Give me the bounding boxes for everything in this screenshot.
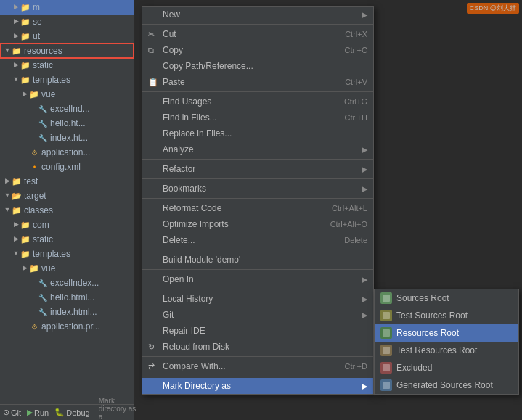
tree-item-label: application.pr... <box>41 321 100 332</box>
menu-item-repair-ide[interactable]: Repair IDE <box>142 323 373 339</box>
run-label: Run <box>34 408 49 417</box>
expand-arrow: ▶ <box>12 17 20 26</box>
resources-root-icon <box>380 327 392 339</box>
file-icon: 🔧 <box>38 104 48 114</box>
git-tab[interactable]: ⊙ Git <box>3 408 21 417</box>
menu-item-paste[interactable]: 📋 Paste Ctrl+V <box>142 74 373 90</box>
menu-item-local-history[interactable]: Local History ▶ <box>142 291 373 307</box>
menu-label: Copy <box>163 45 330 55</box>
menu-divider <box>142 91 373 92</box>
file-icon: ⚙ <box>29 147 39 157</box>
menu-divider <box>142 356 373 357</box>
bottom-bar: ⊙ Git ▶ Run 🐛 Debug Mark directory as a … <box>0 404 134 420</box>
tree-item-label: static <box>33 234 53 244</box>
tree-item-config[interactable]: ▶ 🔸 config.xml <box>0 160 134 174</box>
tree-item-m[interactable]: ▶ 📁 m <box>0 0 134 15</box>
menu-label: Git <box>163 310 362 320</box>
menu-item-open-in[interactable]: Open In ▶ <box>142 271 373 287</box>
watermark-text: CSDN @刘大猫 <box>470 4 516 12</box>
submenu-item-test-resources-root[interactable]: Test Resources Root <box>375 342 518 359</box>
status-text: Mark directory as a resources... <box>99 397 136 421</box>
tree-item-target[interactable]: ▼ 📂 target <box>0 189 134 203</box>
menu-label: Copy Path/Reference... <box>163 61 367 71</box>
tree-item-vue[interactable]: ▶ 📁 vue <box>0 87 134 102</box>
submenu-item-sources-root[interactable]: Sources Root <box>375 289 518 307</box>
expand-arrow: ▶ <box>12 61 20 70</box>
run-tab[interactable]: ▶ Run <box>27 408 49 417</box>
menu-label: Bookmarks <box>163 184 362 194</box>
expand-arrow: ▼ <box>3 192 12 200</box>
expand-arrow: ▶ <box>12 3 20 12</box>
debug-tab[interactable]: 🐛 Debug <box>54 408 89 417</box>
menu-item-copy[interactable]: ⧉ Copy Ctrl+C <box>142 42 373 58</box>
menu-item-find-usages[interactable]: Find Usages Ctrl+G <box>142 94 373 110</box>
folder-icon: 📁 <box>20 220 30 230</box>
submenu-item-test-sources-root[interactable]: Test Sources Root <box>375 307 518 324</box>
menu-item-optimize[interactable]: Optimize Imports Ctrl+Alt+O <box>142 216 373 232</box>
expand-arrow: ▼ <box>3 46 12 55</box>
menu-item-copy-path[interactable]: Copy Path/Reference... <box>142 58 373 74</box>
shortcut-label: Ctrl+D <box>345 362 367 371</box>
menu-item-cut[interactable]: ✂ Cut Ctrl+X <box>142 26 373 42</box>
test-resources-root-icon <box>380 345 392 356</box>
tree-item-label: m <box>33 2 40 12</box>
tree-item-label: index.html... <box>50 307 97 317</box>
tree-item-application2[interactable]: ▶ ⚙ application.pr... <box>0 319 134 334</box>
sources-root-icon <box>380 292 392 304</box>
menu-item-compare-with[interactable]: ⇄ Compare With... Ctrl+D <box>142 358 373 374</box>
shortcut-label: Ctrl+Alt+O <box>330 220 367 228</box>
shortcut-label: Ctrl+V <box>345 78 367 86</box>
tree-item-templates2[interactable]: ▼ 📁 templates <box>0 247 134 261</box>
menu-item-mark-directory[interactable]: Mark Directory as ▶ <box>142 378 373 394</box>
tree-item-label: excelIndex... <box>50 278 99 288</box>
tree-item-se[interactable]: ▶ 📁 se <box>0 15 134 29</box>
menu-item-bookmarks[interactable]: Bookmarks ▶ <box>142 181 373 197</box>
menu-item-delete[interactable]: Delete... Delete <box>142 232 373 248</box>
tree-item-label: hello.html... <box>50 292 94 302</box>
tree-item-static2[interactable]: ▶ 📁 static <box>0 232 134 247</box>
file-icon: 🔧 <box>38 133 48 143</box>
tree-item-application[interactable]: ▶ ⚙ application... <box>0 145 134 160</box>
submenu-item-resources-root[interactable]: Resources Root <box>375 324 518 342</box>
submenu-arrow-icon: ▶ <box>362 275 367 284</box>
submenu-item-generated-sources-root[interactable]: Generated Sources Root <box>375 376 518 394</box>
menu-label: Cut <box>163 29 330 39</box>
menu-item-find-files[interactable]: Find in Files... Ctrl+H <box>142 110 373 125</box>
menu-item-refactor[interactable]: Refactor ▶ <box>142 161 373 177</box>
tree-item-classes[interactable]: ▼ 📁 classes <box>0 203 134 218</box>
tree-item-resources[interactable]: ▼ 📁 resources <box>0 44 134 58</box>
submenu-label: Test Resources Root <box>396 345 477 355</box>
tree-item-static[interactable]: ▶ 📁 static <box>0 58 134 73</box>
submenu-item-excluded[interactable]: Excluded <box>375 359 518 376</box>
file-tree: ▶ 📁 m ▶ 📁 se ▶ 📁 ut ▼ 📁 resources ▶ 📁 st… <box>0 0 134 420</box>
tree-item-test[interactable]: ▶ 📁 test <box>0 174 134 189</box>
menu-item-analyze[interactable]: Analyze ▶ <box>142 141 373 157</box>
menu-label: Optimize Imports <box>163 219 316 229</box>
tree-item-excelind[interactable]: ▶ 🔧 excelInd... <box>0 102 134 116</box>
menu-label: Delete... <box>163 235 330 245</box>
file-icon: 🔧 <box>38 118 48 128</box>
tree-item-vue2[interactable]: ▶ 📁 vue <box>0 261 134 276</box>
submenu-arrow-icon: ▶ <box>362 295 367 304</box>
submenu-arrow-icon: ▶ <box>362 184 367 194</box>
menu-item-new[interactable]: New ▶ <box>142 7 373 22</box>
menu-item-build[interactable]: Build Module 'demo' <box>142 252 373 268</box>
shortcut-label: Ctrl+G <box>344 97 367 106</box>
tree-item-excelindex2[interactable]: ▶ 🔧 excelIndex... <box>0 276 134 290</box>
tree-item-index2[interactable]: ▶ 🔧 index.html... <box>0 305 134 319</box>
tree-item-templates[interactable]: ▼ 📁 templates <box>0 73 134 87</box>
shortcut-label: Ctrl+X <box>345 30 367 38</box>
tree-item-ut[interactable]: ▶ 📁 ut <box>0 29 134 44</box>
tree-item-label: com <box>33 220 49 230</box>
tree-item-index[interactable]: ▶ 🔧 index.ht... <box>0 131 134 145</box>
tree-item-com[interactable]: ▶ 📁 com <box>0 218 134 232</box>
folder-icon: 📁 <box>20 17 30 27</box>
menu-item-git[interactable]: Git ▶ <box>142 307 373 323</box>
menu-item-reformat[interactable]: Reformat Code Ctrl+Alt+L <box>142 200 373 216</box>
tree-item-label: static <box>33 60 53 70</box>
folder-icon: 📁 <box>20 31 30 41</box>
menu-item-replace-files[interactable]: Replace in Files... <box>142 125 373 141</box>
tree-item-hello[interactable]: ▶ 🔧 hello.ht... <box>0 116 134 131</box>
menu-item-reload[interactable]: ↻ Reload from Disk <box>142 339 373 355</box>
tree-item-hello2[interactable]: ▶ 🔧 hello.html... <box>0 290 134 305</box>
